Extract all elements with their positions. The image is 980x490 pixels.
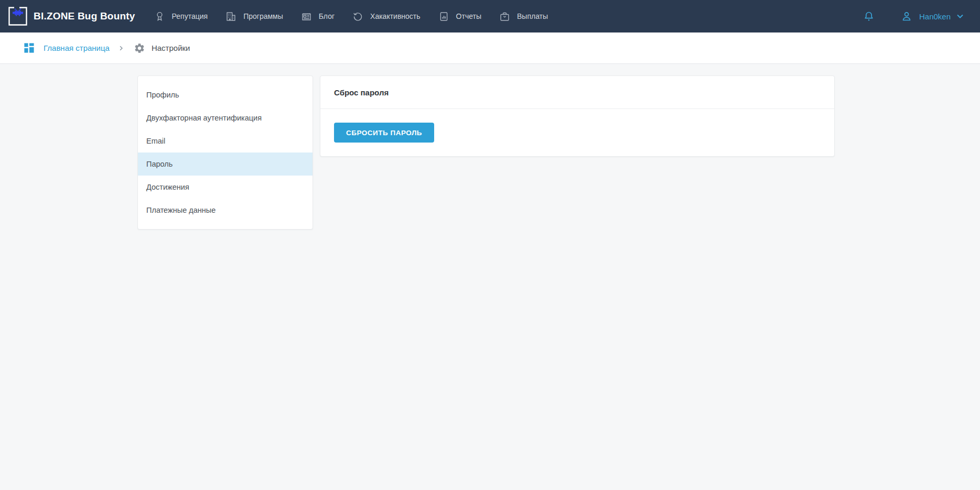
main-nav: Репутация Программы Блог [154,11,548,22]
username: Han0ken [919,12,951,21]
menu-item-email[interactable]: Email [138,129,313,153]
breadcrumb: Главная страница Настройки [0,32,980,64]
newspaper-icon [301,11,312,22]
menu-item-label: Email [146,137,165,145]
top-navbar: BI.ZONE Bug Bounty Репутация Программы [0,0,980,32]
notifications-bell-icon[interactable] [863,10,875,23]
gear-icon [134,42,145,54]
nav-label: Репутация [172,12,208,20]
menu-item-profile[interactable]: Профиль [138,83,313,106]
panel-title: Сброс пароля [334,88,389,97]
nav-item-blog[interactable]: Блог [301,11,335,22]
nav-label: Хакактивность [370,12,421,20]
password-reset-panel: Сброс пароля СБРОСИТЬ ПАРОЛЬ [320,75,835,157]
navbar-right: Han0ken [863,10,964,23]
nav-label: Выплаты [517,12,548,20]
report-chart-icon [438,11,449,22]
nav-label: Блог [319,12,335,20]
menu-item-payment-data[interactable]: Платежные данные [138,199,313,222]
nav-item-payouts[interactable]: Выплаты [499,11,548,22]
nav-item-hackactivity[interactable]: Хакактивность [352,11,421,22]
brand-title: BI.ZONE Bug Bounty [34,10,135,22]
chevron-down-icon [956,12,964,20]
panel-body: СБРОСИТЬ ПАРОЛЬ [320,109,834,156]
menu-item-label: Профиль [146,91,179,99]
panel-header: Сброс пароля [320,76,834,109]
nav-item-programs[interactable]: Программы [225,11,283,22]
breadcrumb-separator-icon [118,45,124,51]
breadcrumb-current-label: Настройки [152,43,190,52]
settings-menu: Профиль Двухфакторная аутентификация Ema… [137,75,313,230]
briefcase-icon [499,11,510,22]
menu-item-label: Двухфакторная аутентификация [146,114,262,122]
bizone-bug-logo-icon [8,7,27,26]
history-icon [352,11,363,22]
menu-item-label: Пароль [146,160,173,168]
medal-icon [154,11,165,22]
menu-item-label: Достижения [146,183,189,191]
breadcrumb-home-link[interactable]: Главная страница [23,42,110,54]
menu-item-label: Платежные данные [146,206,216,214]
nav-item-reputation[interactable]: Репутация [154,11,208,22]
breadcrumb-current: Настройки [134,42,190,54]
building-icon [225,11,236,22]
nav-item-reports[interactable]: Отчеты [438,11,481,22]
user-menu[interactable]: Han0ken [900,10,964,23]
user-avatar-icon [900,10,913,23]
menu-item-password[interactable]: Пароль [138,153,313,176]
brand-logo[interactable]: BI.ZONE Bug Bounty [8,7,135,26]
breadcrumb-home-label: Главная страница [44,43,110,52]
reset-password-button[interactable]: СБРОСИТЬ ПАРОЛЬ [334,123,434,143]
main-content: Профиль Двухфакторная аутентификация Ema… [0,64,980,230]
menu-item-achievements[interactable]: Достижения [138,176,313,199]
dashboard-grid-icon [23,42,35,54]
nav-label: Отчеты [456,12,481,20]
menu-item-2fa[interactable]: Двухфакторная аутентификация [138,106,313,129]
nav-label: Программы [243,12,283,20]
